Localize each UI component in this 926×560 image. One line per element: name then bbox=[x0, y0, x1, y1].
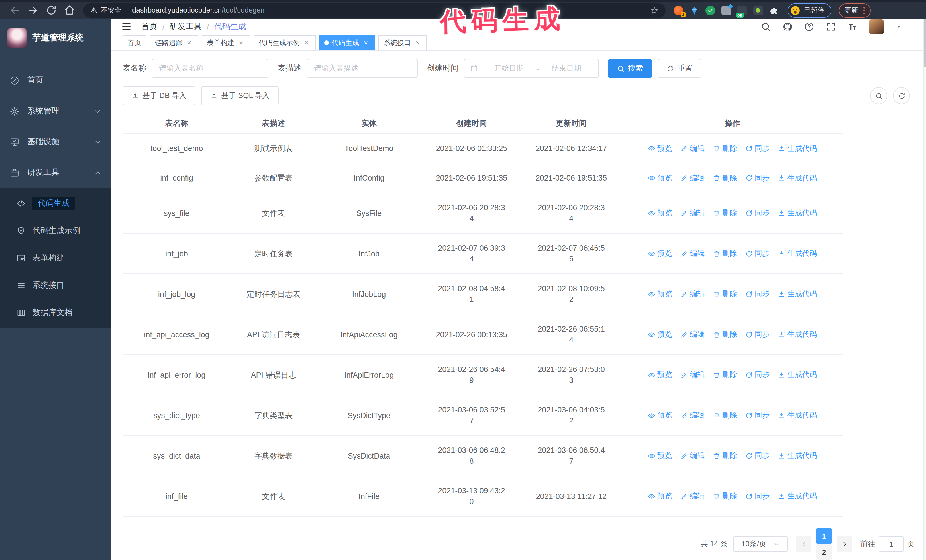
action-preview-link[interactable]: 预览 bbox=[648, 143, 672, 154]
browser-profile-button[interactable]: 已暂停 bbox=[788, 3, 831, 17]
fullscreen-icon[interactable] bbox=[826, 22, 836, 32]
action-preview-link[interactable]: 预览 bbox=[648, 248, 672, 259]
tab-codegen-example[interactable]: 代码生成示例× bbox=[254, 35, 316, 50]
action-edit-link[interactable]: 编辑 bbox=[680, 329, 705, 340]
close-tab-icon[interactable]: × bbox=[303, 39, 310, 47]
bookmark-star-icon[interactable] bbox=[650, 6, 659, 15]
action-edit-link[interactable]: 编辑 bbox=[680, 143, 705, 154]
github-icon[interactable] bbox=[782, 22, 793, 32]
action-preview-link[interactable]: 预览 bbox=[648, 289, 672, 299]
extension-columns-icon[interactable] bbox=[722, 5, 731, 15]
browser-home-icon[interactable] bbox=[64, 5, 75, 16]
action-generate-link[interactable]: 生成代码 bbox=[778, 248, 817, 259]
sidebar-subitem-codegen-example[interactable]: 代码生成示例 bbox=[0, 217, 111, 245]
action-delete-link[interactable]: 删除 bbox=[713, 329, 737, 340]
sidebar-subitem-form-build[interactable]: 表单构建 bbox=[0, 245, 111, 272]
action-preview-link[interactable]: 预览 bbox=[648, 410, 672, 420]
table-desc-input[interactable]: 请输入表描述 bbox=[307, 59, 418, 78]
close-tab-icon[interactable]: × bbox=[414, 39, 422, 47]
action-delete-link[interactable]: 删除 bbox=[713, 491, 737, 501]
action-preview-link[interactable]: 预览 bbox=[648, 491, 672, 501]
browser-back-icon[interactable] bbox=[9, 5, 21, 16]
action-delete-link[interactable]: 删除 bbox=[713, 208, 737, 218]
reset-button[interactable]: 重置 bbox=[658, 59, 702, 78]
header-search-icon[interactable] bbox=[761, 22, 771, 32]
action-edit-link[interactable]: 编辑 bbox=[680, 208, 705, 218]
table-name-input[interactable]: 请输入表名称 bbox=[151, 59, 268, 78]
date-range-picker[interactable]: 开始日期 - 结束日期 bbox=[464, 59, 599, 78]
action-edit-link[interactable]: 编辑 bbox=[680, 248, 705, 259]
action-generate-link[interactable]: 生成代码 bbox=[778, 208, 817, 218]
action-sync-link[interactable]: 同步 bbox=[745, 370, 770, 380]
page-button-2[interactable]: 2 bbox=[816, 544, 832, 560]
action-edit-link[interactable]: 编辑 bbox=[680, 173, 705, 183]
next-page-button[interactable] bbox=[837, 536, 852, 552]
action-generate-link[interactable]: 生成代码 bbox=[778, 410, 817, 420]
close-tab-icon[interactable]: × bbox=[185, 39, 193, 47]
import-sql-button[interactable]: 基于 SQL 导入 bbox=[201, 86, 279, 106]
action-generate-link[interactable]: 生成代码 bbox=[778, 289, 817, 299]
refresh-table-button[interactable] bbox=[893, 87, 910, 104]
tab-home[interactable]: 首页 bbox=[123, 35, 147, 50]
tab-codegen[interactable]: 代码生成× bbox=[319, 35, 375, 50]
breadcrumb-item[interactable]: 首页 bbox=[141, 22, 157, 32]
action-generate-link[interactable]: 生成代码 bbox=[778, 491, 817, 501]
action-edit-link[interactable]: 编辑 bbox=[680, 410, 705, 420]
action-preview-link[interactable]: 预览 bbox=[648, 370, 672, 380]
extension-gem-icon[interactable] bbox=[690, 5, 699, 15]
action-delete-link[interactable]: 删除 bbox=[713, 248, 737, 259]
action-sync-link[interactable]: 同步 bbox=[745, 289, 770, 299]
browser-forward-icon[interactable] bbox=[27, 5, 39, 16]
tab-form-build[interactable]: 表单构建× bbox=[202, 35, 250, 50]
user-avatar[interactable] bbox=[869, 20, 884, 34]
close-tab-icon[interactable]: × bbox=[237, 39, 245, 47]
action-sync-link[interactable]: 同步 bbox=[745, 491, 770, 501]
avatar-caret-icon[interactable] bbox=[895, 23, 902, 30]
action-generate-link[interactable]: 生成代码 bbox=[778, 370, 817, 380]
breadcrumb-item[interactable]: 研发工具 bbox=[170, 22, 202, 32]
sidebar-item-system[interactable]: 系统管理 bbox=[0, 96, 111, 127]
sidebar-item-infra[interactable]: 基础设施 bbox=[0, 127, 111, 157]
action-generate-link[interactable]: 生成代码 bbox=[778, 143, 817, 154]
action-sync-link[interactable]: 同步 bbox=[745, 173, 770, 183]
close-tab-icon[interactable]: × bbox=[362, 39, 370, 47]
action-delete-link[interactable]: 删除 bbox=[713, 173, 737, 183]
prev-page-button[interactable] bbox=[796, 536, 811, 552]
tab-system-api[interactable]: 系统接口× bbox=[378, 35, 427, 50]
action-edit-link[interactable]: 编辑 bbox=[680, 289, 705, 299]
page-size-select[interactable]: 10条/页 bbox=[733, 536, 788, 552]
sidebar-subitem-codegen[interactable]: 代码生成 bbox=[0, 190, 111, 217]
import-db-button[interactable]: 基于 DB 导入 bbox=[123, 86, 196, 106]
action-delete-link[interactable]: 删除 bbox=[713, 370, 737, 380]
browser-reload-icon[interactable] bbox=[45, 5, 57, 16]
extension-check-icon[interactable] bbox=[705, 5, 715, 15]
action-edit-link[interactable]: 编辑 bbox=[680, 491, 705, 501]
action-preview-link[interactable]: 预览 bbox=[648, 451, 672, 461]
text-size-icon[interactable] bbox=[847, 22, 858, 32]
action-sync-link[interactable]: 同步 bbox=[745, 208, 770, 218]
action-preview-link[interactable]: 预览 bbox=[648, 329, 672, 340]
extension-key-icon[interactable] bbox=[754, 5, 763, 15]
extension-icon[interactable]: 1 bbox=[673, 5, 683, 15]
scrollbar-thumb[interactable] bbox=[924, 19, 926, 67]
sidebar-subitem-db-doc[interactable]: 数据库文档 bbox=[0, 299, 111, 326]
help-icon[interactable] bbox=[804, 22, 814, 32]
action-generate-link[interactable]: 生成代码 bbox=[778, 173, 817, 183]
action-preview-link[interactable]: 预览 bbox=[648, 173, 672, 183]
tab-tracer[interactable]: 链路追踪× bbox=[150, 35, 198, 50]
sidebar-subitem-system-api[interactable]: 系统接口 bbox=[0, 272, 111, 299]
page-scrollbar[interactable] bbox=[923, 19, 926, 560]
browser-update-button[interactable]: 更新 bbox=[839, 3, 871, 17]
sidebar-item-devtools[interactable]: 研发工具 bbox=[0, 157, 111, 188]
toggle-search-button[interactable] bbox=[870, 87, 887, 104]
app-logo-row[interactable]: 芋道管理系统 bbox=[0, 22, 111, 54]
action-sync-link[interactable]: 同步 bbox=[745, 329, 770, 340]
action-sync-link[interactable]: 同步 bbox=[745, 248, 770, 259]
action-sync-link[interactable]: 同步 bbox=[745, 410, 770, 420]
action-edit-link[interactable]: 编辑 bbox=[680, 370, 705, 380]
action-sync-link[interactable]: 同步 bbox=[745, 143, 770, 154]
url-bar[interactable]: 不安全 dashboard.yudao.iocoder.cn /tool/cod… bbox=[83, 3, 666, 17]
extensions-puzzle-icon[interactable] bbox=[769, 5, 779, 15]
action-sync-link[interactable]: 同步 bbox=[745, 451, 770, 461]
extension-on-icon[interactable]: on bbox=[737, 5, 747, 15]
